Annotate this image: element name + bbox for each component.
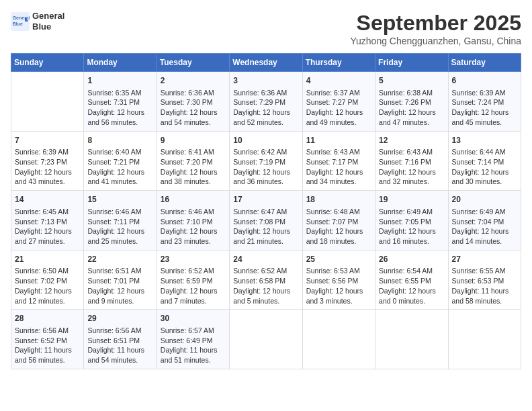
svg-text:Blue: Blue [13, 21, 23, 26]
day-info: Sunrise: 6:56 AM [87, 326, 152, 336]
day-info: Sunset: 7:05 PM [379, 217, 444, 227]
day-info: Sunrise: 6:57 AM [161, 326, 226, 336]
day-number: 29 [87, 313, 152, 324]
calendar-cell: 6Sunrise: 6:39 AMSunset: 7:24 PMDaylight… [448, 72, 521, 132]
day-info: Daylight: 12 hours and 5 minutes. [233, 286, 298, 306]
calendar-cell: 3Sunrise: 6:36 AMSunset: 7:29 PMDaylight… [230, 72, 302, 132]
day-info: Sunrise: 6:49 AM [379, 207, 444, 217]
day-number: 12 [379, 135, 444, 146]
calendar-cell: 18Sunrise: 6:48 AMSunset: 7:07 PMDayligh… [302, 191, 375, 250]
day-info: Sunset: 6:52 PM [15, 336, 80, 346]
day-info: Daylight: 12 hours and 36 minutes. [233, 167, 298, 187]
day-info: Sunset: 7:26 PM [379, 97, 444, 107]
day-info: Sunset: 6:53 PM [452, 276, 517, 286]
calendar-cell [448, 310, 521, 369]
day-info: Sunrise: 6:50 AM [15, 266, 80, 276]
calendar-cell [11, 72, 84, 132]
day-number: 20 [452, 194, 517, 205]
day-info: Daylight: 12 hours and 23 minutes. [161, 226, 226, 246]
calendar-cell: 15Sunrise: 6:46 AMSunset: 7:11 PMDayligh… [84, 191, 157, 250]
day-number: 8 [87, 135, 152, 146]
day-info: Daylight: 12 hours and 21 minutes. [233, 226, 298, 246]
calendar-cell: 12Sunrise: 6:43 AMSunset: 7:16 PMDayligh… [375, 131, 448, 191]
day-info: Daylight: 12 hours and 34 minutes. [306, 167, 371, 187]
calendar-cell: 10Sunrise: 6:42 AMSunset: 7:19 PMDayligh… [230, 131, 302, 191]
logo: General Blue General Blue [11, 11, 64, 32]
day-info: Sunrise: 6:43 AM [379, 147, 444, 157]
day-info: Daylight: 12 hours and 18 minutes. [306, 226, 371, 246]
calendar-cell: 30Sunrise: 6:57 AMSunset: 6:49 PMDayligh… [157, 310, 229, 369]
logo-text: General Blue [32, 11, 64, 32]
logo-line2: Blue [32, 21, 51, 32]
day-info: Sunset: 7:19 PM [233, 157, 298, 167]
day-number: 15 [87, 194, 152, 205]
day-info: Sunset: 7:17 PM [306, 157, 371, 167]
day-info: Sunset: 7:08 PM [233, 217, 298, 227]
day-info: Sunrise: 6:49 AM [452, 207, 517, 217]
day-info: Sunrise: 6:53 AM [306, 266, 371, 276]
day-info: Sunrise: 6:46 AM [87, 207, 152, 217]
calendar-table: Sunday Monday Tuesday Wednesday Thursday… [11, 53, 521, 369]
day-info: Sunrise: 6:43 AM [306, 147, 371, 157]
calendar-cell: 16Sunrise: 6:46 AMSunset: 7:10 PMDayligh… [157, 191, 229, 250]
day-info: Sunset: 7:14 PM [452, 157, 517, 167]
day-info: Sunrise: 6:44 AM [452, 147, 517, 157]
calendar-cell: 19Sunrise: 6:49 AMSunset: 7:05 PMDayligh… [375, 191, 448, 250]
day-info: Sunrise: 6:56 AM [15, 326, 80, 336]
day-info: Sunrise: 6:38 AM [379, 88, 444, 98]
day-info: Daylight: 12 hours and 52 minutes. [233, 107, 298, 127]
day-info: Sunrise: 6:47 AM [233, 207, 298, 217]
day-info: Sunrise: 6:45 AM [15, 207, 80, 217]
day-info: Sunrise: 6:35 AM [87, 88, 152, 98]
calendar-cell: 13Sunrise: 6:44 AMSunset: 7:14 PMDayligh… [448, 131, 521, 191]
calendar-cell: 24Sunrise: 6:52 AMSunset: 6:58 PMDayligh… [230, 250, 302, 310]
calendar-cell: 1Sunrise: 6:35 AMSunset: 7:31 PMDaylight… [84, 72, 157, 132]
day-info: Daylight: 12 hours and 12 minutes. [15, 286, 80, 306]
day-info: Daylight: 12 hours and 16 minutes. [379, 226, 444, 246]
day-info: Daylight: 12 hours and 14 minutes. [452, 226, 517, 246]
col-friday: Friday [375, 54, 448, 72]
calendar-cell: 26Sunrise: 6:54 AMSunset: 6:55 PMDayligh… [375, 250, 448, 310]
day-info: Sunset: 6:56 PM [306, 276, 371, 286]
day-info: Daylight: 12 hours and 25 minutes. [87, 226, 152, 246]
calendar-cell: 21Sunrise: 6:50 AMSunset: 7:02 PMDayligh… [11, 250, 84, 310]
day-info: Daylight: 12 hours and 7 minutes. [161, 286, 226, 306]
day-info: Daylight: 12 hours and 41 minutes. [87, 167, 152, 187]
day-info: Daylight: 12 hours and 9 minutes. [87, 286, 152, 306]
day-info: Sunset: 7:02 PM [15, 276, 80, 286]
calendar-cell: 22Sunrise: 6:51 AMSunset: 7:01 PMDayligh… [84, 250, 157, 310]
day-info: Sunrise: 6:46 AM [161, 207, 226, 217]
day-number: 2 [161, 75, 226, 87]
col-tuesday: Tuesday [157, 54, 229, 72]
month-title: September 2025 [350, 11, 521, 36]
calendar-header: Sunday Monday Tuesday Wednesday Thursday… [11, 54, 521, 72]
col-thursday: Thursday [302, 54, 375, 72]
day-number: 25 [306, 254, 371, 265]
day-info: Sunrise: 6:40 AM [87, 147, 152, 157]
calendar-cell: 5Sunrise: 6:38 AMSunset: 7:26 PMDaylight… [375, 72, 448, 132]
calendar-cell: 27Sunrise: 6:55 AMSunset: 6:53 PMDayligh… [448, 250, 521, 310]
day-info: Sunset: 7:16 PM [379, 157, 444, 167]
day-info: Sunset: 7:23 PM [15, 157, 80, 167]
calendar-cell: 28Sunrise: 6:56 AMSunset: 6:52 PMDayligh… [11, 310, 84, 369]
day-number: 26 [379, 254, 444, 265]
day-number: 3 [233, 75, 298, 87]
day-info: Daylight: 12 hours and 3 minutes. [306, 286, 371, 306]
day-info: Sunset: 7:20 PM [161, 157, 226, 167]
day-number: 13 [452, 135, 517, 146]
day-number: 14 [15, 194, 80, 205]
calendar-cell [230, 310, 302, 369]
calendar-cell: 7Sunrise: 6:39 AMSunset: 7:23 PMDaylight… [11, 131, 84, 191]
day-info: Sunset: 7:31 PM [87, 97, 152, 107]
day-info: Sunset: 7:07 PM [306, 217, 371, 227]
day-info: Sunrise: 6:52 AM [233, 266, 298, 276]
day-info: Sunrise: 6:52 AM [161, 266, 226, 276]
logo-line1: General [32, 11, 64, 21]
calendar-cell: 8Sunrise: 6:40 AMSunset: 7:21 PMDaylight… [84, 131, 157, 191]
day-info: Daylight: 12 hours and 32 minutes. [379, 167, 444, 187]
calendar-cell: 29Sunrise: 6:56 AMSunset: 6:51 PMDayligh… [84, 310, 157, 369]
day-number: 6 [452, 75, 517, 87]
day-info: Daylight: 12 hours and 43 minutes. [15, 167, 80, 187]
day-info: Sunrise: 6:48 AM [306, 207, 371, 217]
title-block: September 2025 Yuzhong Chengguanzhen, Ga… [350, 11, 521, 46]
